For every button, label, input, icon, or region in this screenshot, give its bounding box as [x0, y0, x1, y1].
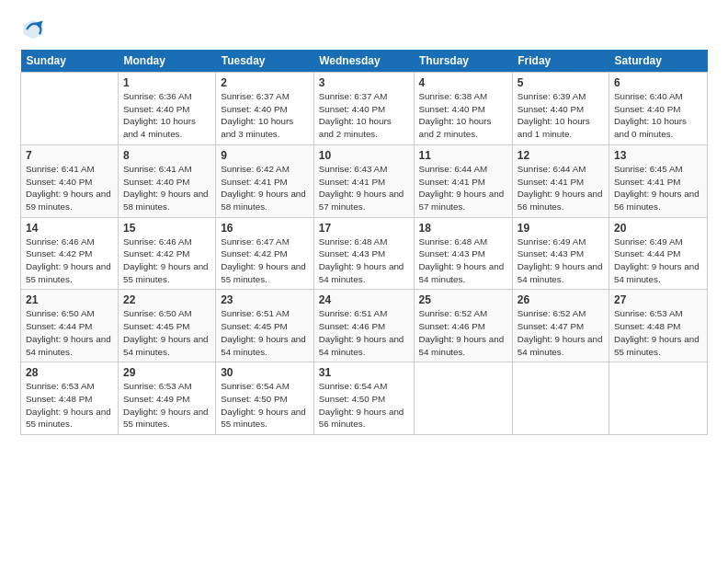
calendar-cell: 27Sunrise: 6:53 AMSunset: 4:48 PMDayligh… [609, 290, 708, 362]
cell-day-number: 20 [614, 222, 702, 235]
cell-info: Sunrise: 6:52 AMSunset: 4:47 PMDaylight:… [518, 307, 604, 358]
header-day: Sunday [21, 50, 119, 73]
cell-info: Sunrise: 6:50 AMSunset: 4:44 PMDaylight:… [26, 307, 113, 358]
cell-day-number: 9 [221, 149, 309, 162]
cell-day-number: 12 [518, 149, 604, 162]
calendar-cell: 25Sunrise: 6:52 AMSunset: 4:46 PMDayligh… [414, 290, 512, 362]
cell-info: Sunrise: 6:53 AMSunset: 4:48 PMDaylight:… [614, 307, 702, 358]
cell-day-number: 21 [26, 293, 113, 306]
cell-day-number: 1 [123, 76, 210, 89]
calendar-cell: 8Sunrise: 6:41 AMSunset: 4:40 PMDaylight… [118, 144, 215, 217]
calendar-cell: 7Sunrise: 6:41 AMSunset: 4:40 PMDaylight… [21, 144, 119, 217]
cell-day-number: 14 [26, 222, 113, 235]
cell-info: Sunrise: 6:44 AMSunset: 4:41 PMDaylight:… [518, 163, 604, 213]
calendar-cell: 1Sunrise: 6:36 AMSunset: 4:40 PMDaylight… [118, 73, 215, 145]
cell-day-number: 30 [221, 366, 309, 379]
header [20, 17, 708, 42]
cell-day-number: 13 [614, 149, 702, 162]
logo [20, 17, 50, 42]
calendar-cell: 5Sunrise: 6:39 AMSunset: 4:40 PMDaylight… [512, 73, 609, 145]
cell-day-number: 5 [518, 76, 604, 89]
cell-day-number: 31 [319, 366, 409, 379]
cell-info: Sunrise: 6:51 AMSunset: 4:45 PMDaylight:… [221, 307, 309, 358]
header-day: Thursday [414, 50, 512, 73]
calendar-cell: 14Sunrise: 6:46 AMSunset: 4:42 PMDayligh… [21, 217, 119, 290]
cell-day-number: 18 [419, 222, 507, 235]
calendar-cell: 20Sunrise: 6:49 AMSunset: 4:44 PMDayligh… [609, 217, 708, 290]
cell-info: Sunrise: 6:50 AMSunset: 4:45 PMDaylight:… [123, 307, 210, 358]
cell-info: Sunrise: 6:53 AMSunset: 4:49 PMDaylight:… [123, 380, 210, 431]
calendar-cell: 31Sunrise: 6:54 AMSunset: 4:50 PMDayligh… [313, 362, 414, 435]
calendar-cell: 12Sunrise: 6:44 AMSunset: 4:41 PMDayligh… [512, 144, 609, 217]
cell-info: Sunrise: 6:48 AMSunset: 4:43 PMDaylight:… [319, 236, 409, 286]
cell-day-number: 8 [123, 149, 210, 162]
calendar-cell [21, 73, 119, 145]
cell-info: Sunrise: 6:42 AMSunset: 4:41 PMDaylight:… [221, 163, 309, 213]
cell-info: Sunrise: 6:39 AMSunset: 4:40 PMDaylight:… [518, 90, 604, 141]
cell-info: Sunrise: 6:43 AMSunset: 4:41 PMDaylight:… [319, 163, 409, 213]
cell-info: Sunrise: 6:54 AMSunset: 4:50 PMDaylight:… [221, 380, 309, 431]
cell-day-number: 17 [319, 222, 409, 235]
calendar-cell: 26Sunrise: 6:52 AMSunset: 4:47 PMDayligh… [512, 290, 609, 362]
cell-day-number: 4 [419, 76, 507, 89]
calendar-cell: 19Sunrise: 6:49 AMSunset: 4:43 PMDayligh… [512, 217, 609, 290]
cell-info: Sunrise: 6:41 AMSunset: 4:40 PMDaylight:… [26, 163, 113, 213]
cell-day-number: 29 [123, 366, 210, 379]
calendar-cell: 22Sunrise: 6:50 AMSunset: 4:45 PMDayligh… [118, 290, 215, 362]
calendar-week-row: 14Sunrise: 6:46 AMSunset: 4:42 PMDayligh… [21, 217, 708, 290]
cell-info: Sunrise: 6:46 AMSunset: 4:42 PMDaylight:… [26, 236, 113, 286]
calendar-cell: 18Sunrise: 6:48 AMSunset: 4:43 PMDayligh… [414, 217, 512, 290]
cell-day-number: 15 [123, 222, 210, 235]
calendar-body: 1Sunrise: 6:36 AMSunset: 4:40 PMDaylight… [21, 73, 708, 435]
calendar-cell: 15Sunrise: 6:46 AMSunset: 4:42 PMDayligh… [118, 217, 215, 290]
cell-info: Sunrise: 6:49 AMSunset: 4:44 PMDaylight:… [614, 236, 702, 286]
cell-day-number: 7 [26, 149, 113, 162]
calendar-cell [414, 362, 512, 435]
calendar-cell: 6Sunrise: 6:40 AMSunset: 4:40 PMDaylight… [609, 73, 708, 145]
calendar-cell: 28Sunrise: 6:53 AMSunset: 4:48 PMDayligh… [21, 362, 119, 435]
calendar-cell: 3Sunrise: 6:37 AMSunset: 4:40 PMDaylight… [313, 73, 414, 145]
cell-info: Sunrise: 6:48 AMSunset: 4:43 PMDaylight:… [419, 236, 507, 286]
cell-day-number: 23 [221, 293, 309, 306]
calendar-cell: 30Sunrise: 6:54 AMSunset: 4:50 PMDayligh… [216, 362, 314, 435]
header-day: Monday [118, 50, 215, 73]
calendar-cell: 24Sunrise: 6:51 AMSunset: 4:46 PMDayligh… [313, 290, 414, 362]
calendar-cell: 2Sunrise: 6:37 AMSunset: 4:40 PMDaylight… [216, 73, 314, 145]
calendar-table: SundayMondayTuesdayWednesdayThursdayFrid… [20, 50, 708, 435]
cell-info: Sunrise: 6:37 AMSunset: 4:40 PMDaylight:… [221, 90, 309, 141]
cell-day-number: 27 [614, 293, 702, 306]
calendar-cell: 9Sunrise: 6:42 AMSunset: 4:41 PMDaylight… [216, 144, 314, 217]
calendar-cell [609, 362, 708, 435]
cell-day-number: 2 [221, 76, 309, 89]
logo-icon [20, 17, 46, 42]
header-day: Wednesday [313, 50, 414, 73]
calendar-week-row: 1Sunrise: 6:36 AMSunset: 4:40 PMDaylight… [21, 73, 708, 145]
calendar-week-row: 28Sunrise: 6:53 AMSunset: 4:48 PMDayligh… [21, 362, 708, 435]
calendar-week-row: 21Sunrise: 6:50 AMSunset: 4:44 PMDayligh… [21, 290, 708, 362]
header-row: SundayMondayTuesdayWednesdayThursdayFrid… [21, 50, 708, 73]
cell-day-number: 19 [518, 222, 604, 235]
calendar-cell: 29Sunrise: 6:53 AMSunset: 4:49 PMDayligh… [118, 362, 215, 435]
calendar-header: SundayMondayTuesdayWednesdayThursdayFrid… [21, 50, 708, 73]
cell-info: Sunrise: 6:37 AMSunset: 4:40 PMDaylight:… [319, 90, 409, 141]
cell-info: Sunrise: 6:41 AMSunset: 4:40 PMDaylight:… [123, 163, 210, 213]
cell-day-number: 25 [419, 293, 507, 306]
calendar-cell: 13Sunrise: 6:45 AMSunset: 4:41 PMDayligh… [609, 144, 708, 217]
calendar-cell: 17Sunrise: 6:48 AMSunset: 4:43 PMDayligh… [313, 217, 414, 290]
page: SundayMondayTuesdayWednesdayThursdayFrid… [0, 0, 728, 563]
cell-info: Sunrise: 6:38 AMSunset: 4:40 PMDaylight:… [419, 90, 507, 141]
cell-day-number: 26 [518, 293, 604, 306]
cell-day-number: 28 [26, 366, 113, 379]
calendar-cell: 10Sunrise: 6:43 AMSunset: 4:41 PMDayligh… [313, 144, 414, 217]
cell-day-number: 6 [614, 76, 702, 89]
cell-day-number: 16 [221, 222, 309, 235]
cell-info: Sunrise: 6:47 AMSunset: 4:42 PMDaylight:… [221, 236, 309, 286]
calendar-cell: 16Sunrise: 6:47 AMSunset: 4:42 PMDayligh… [216, 217, 314, 290]
calendar-cell [512, 362, 609, 435]
cell-info: Sunrise: 6:49 AMSunset: 4:43 PMDaylight:… [518, 236, 604, 286]
cell-info: Sunrise: 6:36 AMSunset: 4:40 PMDaylight:… [123, 90, 210, 141]
cell-info: Sunrise: 6:45 AMSunset: 4:41 PMDaylight:… [614, 163, 702, 213]
calendar-week-row: 7Sunrise: 6:41 AMSunset: 4:40 PMDaylight… [21, 144, 708, 217]
cell-day-number: 24 [319, 293, 409, 306]
cell-info: Sunrise: 6:52 AMSunset: 4:46 PMDaylight:… [419, 307, 507, 358]
